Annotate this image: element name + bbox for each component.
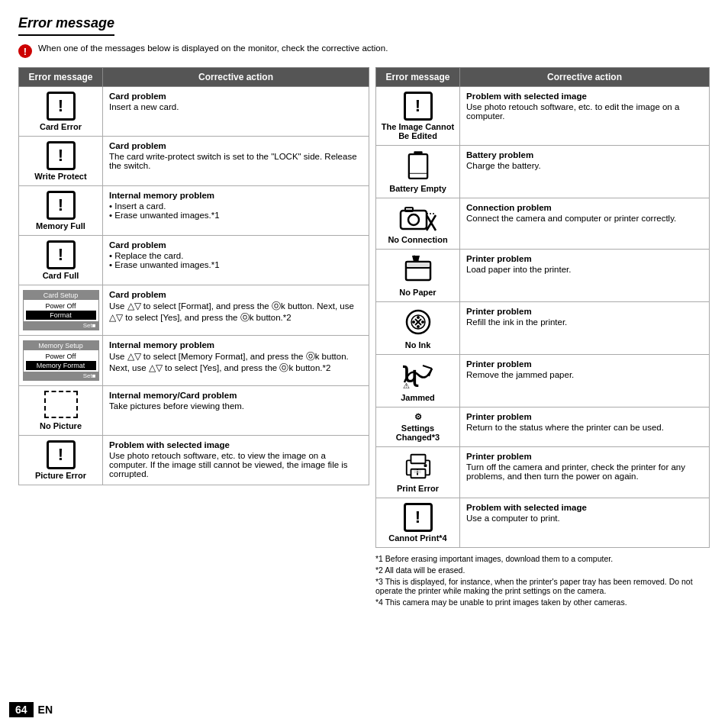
footnote: *2 All data will be erased.	[375, 565, 710, 575]
print-error-icon	[404, 452, 433, 481]
action-body: Remove the jammed paper.	[466, 370, 703, 379]
action-title: Problem with selected image	[466, 92, 703, 101]
right-table-header-col1: Error message	[376, 68, 460, 87]
error-message-cell: Battery Empty	[376, 146, 460, 198]
card-screen: Memory Setup Power OffMemory Format Set■	[23, 340, 99, 381]
exclaim-icon: !	[47, 240, 76, 269]
action-title: Card problem	[109, 290, 362, 299]
error-message-cell: !The Image CannotBe Edited	[376, 87, 460, 146]
svg-line-22	[423, 366, 432, 369]
footnote: *4 This camera may be unable to print im…	[375, 598, 710, 607]
table-row: !Cannot Print*4Problem with selected ima…	[376, 498, 710, 548]
table-row: No ConnectionConnection problemConnect t…	[376, 198, 710, 250]
right-column: Error message Corrective action !The Ima…	[375, 67, 710, 609]
action-title: Battery problem	[466, 150, 703, 159]
right-table: Error message Corrective action !The Ima…	[375, 67, 710, 548]
left-column: Error message Corrective action !Card Er…	[18, 67, 369, 485]
error-label: No Ink	[379, 340, 456, 350]
error-label: The Image CannotBe Edited	[379, 122, 456, 140]
action-body: The card write-protect switch is set to …	[109, 152, 362, 170]
corrective-action-cell: Internal memory problem• Insert a card.•…	[103, 186, 369, 236]
footnotes: *1 Before erasing important images, down…	[375, 554, 710, 607]
screen-item: Power Off	[26, 301, 96, 311]
action-title: Card problem	[109, 141, 362, 150]
svg-point-17	[412, 321, 415, 324]
error-label: Write Protect	[22, 172, 99, 181]
error-label: Print Error	[379, 484, 456, 493]
error-message-cell: No Connection	[376, 198, 460, 250]
main-layout: Error message Corrective action !Card Er…	[18, 67, 710, 609]
corrective-action-cell: Printer problemRefill the ink in the pri…	[460, 302, 710, 355]
action-title: Printer problem	[466, 412, 703, 421]
table-row: No PaperPrinter problemLoad paper into t…	[376, 250, 710, 302]
no-ink-icon	[403, 307, 433, 337]
action-body: Use photo retouch software, etc. to view…	[109, 451, 362, 478]
action-title: Card problem	[109, 92, 362, 101]
screen-item: Power Off	[26, 352, 96, 361]
svg-rect-26	[411, 455, 425, 463]
action-body: Take pictures before viewing them.	[109, 401, 362, 411]
corrective-action-cell: Printer problemLoad paper into the print…	[460, 250, 710, 302]
corrective-action-cell: Battery problemCharge the battery.	[460, 146, 710, 198]
svg-rect-28	[424, 464, 427, 467]
table-row: !Picture ErrorProblem with selected imag…	[19, 436, 369, 485]
corrective-action-cell: Problem with selected imageUse photo ret…	[460, 87, 710, 146]
error-message-cell: !Write Protect	[19, 137, 103, 186]
page-lang: EN	[38, 704, 53, 716]
action-body: Use a computer to print.	[466, 514, 703, 523]
left-table-header-col1: Error message	[19, 68, 103, 87]
action-title: Printer problem	[466, 307, 703, 316]
error-label: No Paper	[379, 288, 456, 297]
no-picture-icon	[44, 391, 78, 418]
table-row: !Card ErrorCard problemInsert a new card…	[19, 87, 369, 137]
table-row: ʯ ⚠ JammedPrinter problemRemove the jamm…	[376, 355, 710, 407]
action-title: Problem with selected image	[109, 440, 362, 449]
error-label: No Picture	[22, 421, 99, 430]
action-body: Charge the battery.	[466, 161, 703, 170]
corrective-action-cell: Card problemThe card write-protect switc…	[103, 137, 369, 186]
page-number: 64	[9, 702, 34, 717]
action-body: Use photo retouch software, etc. to edit…	[466, 102, 703, 121]
svg-rect-1	[408, 154, 427, 179]
action-body: • Insert a card.• Erase unwanted images.…	[109, 201, 362, 220]
footnote: *3 This is displayed, for instance, when…	[375, 577, 710, 595]
error-label: Card Error	[22, 122, 99, 131]
action-body: Return to the status where the printer c…	[466, 423, 703, 432]
table-row: Print ErrorPrinter problemTurn off the c…	[376, 447, 710, 498]
action-body: Insert a new card.	[109, 102, 362, 111]
error-message-cell: !Card Error	[19, 87, 103, 137]
exclaim-icon: !	[404, 92, 433, 121]
error-label: SettingsChanged*3	[379, 424, 456, 442]
action-body: Use △▽ to select [Format], and press the…	[109, 301, 362, 324]
page-footer: 64 EN	[0, 699, 62, 720]
action-title: Problem with selected image	[466, 503, 703, 512]
table-row: No PictureInternal memory/Card problemTa…	[19, 386, 369, 436]
action-body: Connect the camera and computer or print…	[466, 214, 703, 223]
corrective-action-cell: Card problemInsert a new card.	[103, 87, 369, 137]
svg-rect-5	[405, 208, 413, 211]
error-message-cell: !Card Full	[19, 236, 103, 285]
svg-point-18	[421, 321, 424, 324]
error-label: Card Full	[22, 271, 99, 280]
action-body: Load paper into the printer.	[466, 265, 703, 274]
exclaim-icon: !	[404, 503, 433, 532]
table-row: Memory Setup Power OffMemory Format Set■…	[19, 336, 369, 386]
action-title: Internal memory problem	[109, 340, 362, 350]
error-message-cell: !Cannot Print*4	[376, 498, 460, 548]
screen-item: Format	[26, 311, 96, 320]
camera-x-icon	[399, 203, 437, 232]
settings-icon: ⚙	[379, 412, 456, 422]
intro-icon: !	[18, 44, 32, 58]
action-title: Connection problem	[466, 203, 703, 212]
corrective-action-cell: Internal memory problemUse △▽ to select …	[103, 336, 369, 386]
svg-rect-3	[401, 211, 427, 229]
svg-rect-10	[406, 262, 430, 268]
error-message-cell: No Picture	[19, 386, 103, 436]
table-row: !Memory FullInternal memory problem• Ins…	[19, 186, 369, 236]
corrective-action-cell: Card problemUse △▽ to select [Format], a…	[103, 285, 369, 336]
error-message-cell: !Memory Full	[19, 186, 103, 236]
error-message-cell: ʯ ⚠ Jammed	[376, 355, 460, 407]
error-message-cell: Memory Setup Power OffMemory Format Set■	[19, 336, 103, 386]
exclaim-icon: !	[47, 141, 76, 170]
no-paper-icon	[403, 254, 433, 285]
